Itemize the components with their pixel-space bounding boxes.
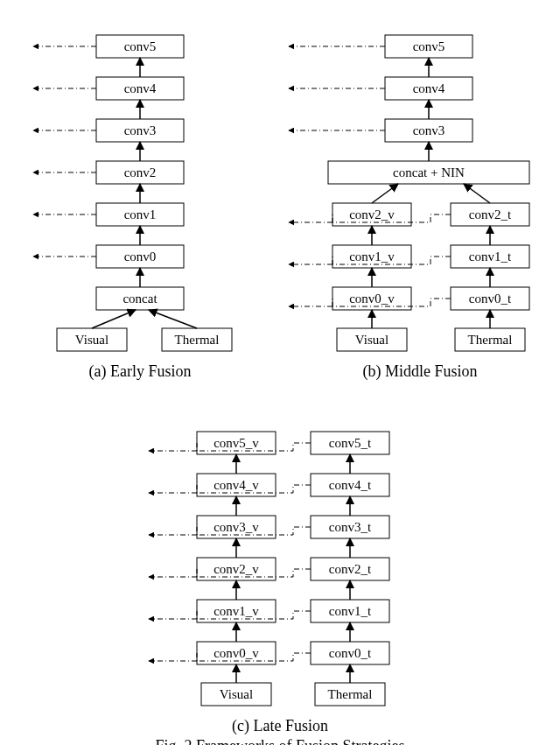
node-conv0t: conv0_t <box>311 642 389 664</box>
node-conv0: conv0 <box>96 245 184 268</box>
node-conv3: conv3 <box>96 119 184 142</box>
label-conv1t: conv1_t <box>329 604 372 618</box>
node-conv1: conv1 <box>96 203 184 226</box>
label-conv2t: conv2_t <box>469 207 512 221</box>
label-conv5t: conv5_t <box>329 436 372 450</box>
node-thermal-input: Thermal <box>455 328 525 351</box>
edge-visual-concat <box>92 310 136 328</box>
node-conv2t: conv2_t <box>451 203 529 226</box>
node-visual-input: Visual <box>337 328 407 351</box>
node-visual-input: Visual <box>57 328 127 351</box>
label-conv0v: conv0_v <box>349 292 395 306</box>
node-visual-input: Visual <box>201 683 271 706</box>
label-conv1v: conv1_v <box>214 604 259 618</box>
caption-a: (a) Early Fusion <box>89 362 192 381</box>
label-conv3: conv3 <box>413 123 445 137</box>
label-thermal: Thermal <box>468 333 513 347</box>
label-fusion: concat + NIN <box>393 165 465 179</box>
node-conv3t: conv3_t <box>311 516 389 538</box>
node-conv1t: conv1_t <box>311 600 389 622</box>
label-conv4: conv4 <box>124 81 157 95</box>
label-conv0t: conv0_t <box>329 646 372 660</box>
node-thermal-input: Thermal <box>162 328 232 351</box>
node-concat: concat <box>96 287 184 310</box>
label-conv1: conv1 <box>124 207 157 221</box>
node-thermal-input: Thermal <box>315 683 385 706</box>
diagram-late-fusion: Visual Thermal conv0_v conv1_v conv2_v c… <box>131 381 429 713</box>
edge-thermal-concat <box>149 310 197 328</box>
label-conv0: conv0 <box>124 250 157 264</box>
label-conv5v: conv5_v <box>214 436 259 450</box>
label-conv4: conv4 <box>413 81 445 95</box>
label-visual: Visual <box>220 687 253 701</box>
panel-late-fusion: Visual Thermal conv0_v conv1_v conv2_v c… <box>131 381 429 735</box>
node-conv2: conv2 <box>96 161 184 184</box>
label-conv2v: conv2_v <box>214 562 259 576</box>
panel-middle-fusion: Visual Thermal conv0_v conv1_v conv2_v <box>280 9 560 381</box>
label-conv4v: conv4_v <box>214 478 259 492</box>
node-conv5t: conv5_t <box>311 432 389 454</box>
label-visual: Visual <box>355 333 388 347</box>
label-conv4t: conv4_t <box>329 478 372 492</box>
node-conv4: conv4 <box>385 77 472 100</box>
figure-caption: Fig. 2 Frameworks of Fusion Strategies <box>9 737 551 745</box>
node-conv2t: conv2_t <box>311 558 389 580</box>
label-conv1v: conv1_v <box>349 250 395 264</box>
node-conv1t: conv1_t <box>451 245 529 268</box>
node-conv4: conv4 <box>96 77 184 100</box>
label-conv2t: conv2_t <box>329 562 372 576</box>
edge-t2-fuse <box>464 184 490 203</box>
node-conv5: conv5 <box>96 35 184 58</box>
node-conv4t: conv4_t <box>311 474 389 496</box>
label-visual: Visual <box>75 333 108 347</box>
row-bottom: Visual Thermal conv0_v conv1_v conv2_v c… <box>9 381 551 735</box>
label-thermal: Thermal <box>328 687 373 701</box>
label-conv2: conv2 <box>124 165 157 179</box>
diagram-middle-fusion: Visual Thermal conv0_v conv1_v conv2_v <box>280 9 560 359</box>
diagram-early-fusion: Visual Thermal concat conv0 conv1 con <box>9 9 271 359</box>
node-fusion: concat + NIN <box>328 161 529 184</box>
label-conv3t: conv3_t <box>329 520 372 534</box>
label-concat: concat <box>122 292 158 306</box>
label-conv2v: conv2_v <box>349 207 395 221</box>
label-conv3: conv3 <box>124 123 157 137</box>
label-conv0v: conv0_v <box>214 646 259 660</box>
caption-c: (c) Late Fusion <box>232 717 328 735</box>
caption-b: (b) Middle Fusion <box>362 362 477 381</box>
label-conv0t: conv0_t <box>469 292 512 306</box>
row-top: Visual Thermal concat conv0 conv1 con <box>9 9 551 381</box>
label-conv5: conv5 <box>413 39 445 53</box>
label-conv5: conv5 <box>124 39 157 53</box>
label-thermal: Thermal <box>175 333 220 347</box>
edge-v2-fuse <box>372 184 398 203</box>
label-conv3v: conv3_v <box>214 520 259 534</box>
node-conv5: conv5 <box>385 35 472 58</box>
panel-early-fusion: Visual Thermal concat conv0 conv1 con <box>9 9 271 381</box>
node-conv3: conv3 <box>385 119 472 142</box>
node-conv0t: conv0_t <box>451 287 529 310</box>
label-conv1t: conv1_t <box>469 250 512 264</box>
